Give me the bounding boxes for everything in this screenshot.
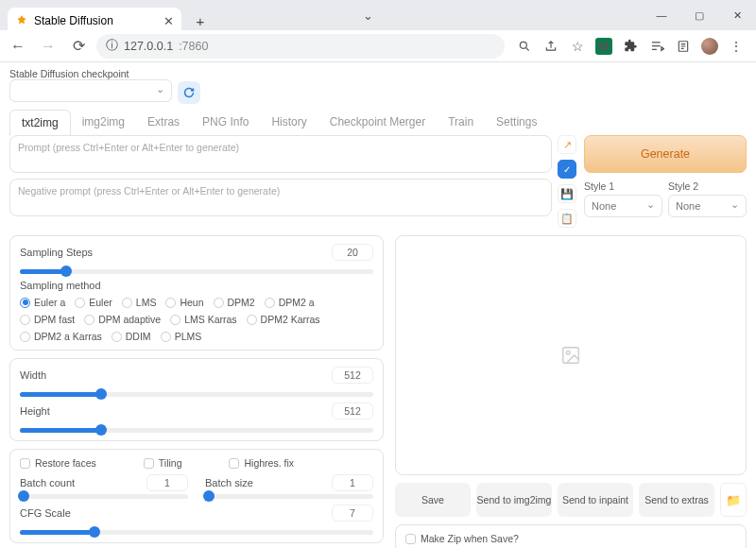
image-placeholder-icon: [560, 345, 581, 366]
open-folder-button[interactable]: 📁: [720, 483, 747, 517]
reload-button[interactable]: ⟳: [66, 34, 91, 59]
width-slider[interactable]: [20, 392, 373, 397]
main-tabs: txt2imgimg2imgExtrasPNG InfoHistoryCheck…: [9, 110, 747, 136]
svg-point-3: [566, 351, 570, 354]
paste-button[interactable]: 📋: [558, 209, 576, 228]
generate-button[interactable]: Generate: [584, 135, 747, 173]
steps-label: Sampling Steps: [20, 247, 93, 258]
share-icon[interactable]: [542, 38, 559, 55]
batch-size-value[interactable]: 1: [332, 474, 373, 491]
cfg-slider[interactable]: [20, 530, 373, 535]
tab-settings[interactable]: Settings: [485, 110, 548, 136]
tab-favicon: [15, 14, 28, 27]
save-button[interactable]: Save: [395, 483, 471, 517]
interrogate-button[interactable]: ↗: [558, 135, 576, 154]
minimize-button[interactable]: —: [643, 0, 680, 30]
height-value[interactable]: 512: [332, 402, 373, 420]
tab-extras[interactable]: Extras: [136, 110, 191, 136]
batch-size-slider[interactable]: [205, 494, 373, 499]
send-to-inpaint-button[interactable]: Send to inpaint: [558, 483, 633, 517]
sampler-dpm2-a-karras[interactable]: DPM2 a Karras: [20, 331, 102, 342]
cfg-label: CFG Scale: [20, 507, 71, 519]
make-zip-checkbox[interactable]: Make Zip when Save?: [405, 533, 736, 544]
tab-img2img[interactable]: img2img: [71, 110, 136, 136]
star-icon[interactable]: ☆: [569, 38, 586, 55]
close-window-button[interactable]: ✕: [718, 0, 756, 30]
tab-png-info[interactable]: PNG Info: [191, 110, 260, 136]
url-host: 127.0.0.1: [124, 40, 173, 53]
svg-rect-2: [563, 348, 579, 364]
sampler-plms[interactable]: PLMS: [161, 331, 202, 342]
height-slider[interactable]: [20, 428, 373, 433]
save-style-button[interactable]: 💾: [558, 184, 576, 203]
restore-faces-checkbox[interactable]: Restore faces: [20, 457, 96, 469]
url-port: :7860: [179, 40, 208, 53]
cfg-value[interactable]: 7: [332, 505, 373, 522]
steps-value[interactable]: 20: [332, 244, 373, 261]
maximize-button[interactable]: ▢: [680, 0, 718, 30]
extension-m-icon[interactable]: M: [595, 38, 612, 55]
sampler-dpm-fast[interactable]: DPM fast: [20, 314, 75, 325]
tab-txt2img[interactable]: txt2img: [9, 110, 71, 136]
sampler-lms[interactable]: LMS: [122, 297, 157, 308]
batch-count-value[interactable]: 1: [146, 474, 188, 491]
steps-slider[interactable]: [20, 269, 373, 274]
sampler-ddim[interactable]: DDIM: [112, 331, 151, 342]
sampling-method-group: Euler aEulerLMSHeunDPM2DPM2 aDPM fastDPM…: [20, 297, 373, 342]
back-button[interactable]: ←: [6, 34, 30, 59]
height-label: Height: [20, 405, 50, 417]
send-to-img2img-button[interactable]: Send to img2img: [476, 483, 552, 517]
sampler-euler-a[interactable]: Euler a: [20, 297, 65, 308]
prompt-input[interactable]: Prompt (press Ctrl+Enter or Alt+Enter to…: [9, 135, 552, 173]
search-icon[interactable]: [516, 38, 533, 55]
tab-history[interactable]: History: [260, 110, 318, 136]
new-tab-button[interactable]: +: [187, 8, 214, 34]
sampler-lms-karras[interactable]: LMS Karras: [170, 314, 236, 325]
send-to-extras-button[interactable]: Send to extras: [639, 483, 714, 517]
negative-prompt-input[interactable]: Negative prompt (press Ctrl+Enter or Alt…: [9, 179, 552, 216]
tab-title: Stable Diffusion: [34, 14, 113, 27]
forward-button[interactable]: →: [36, 34, 60, 59]
checkpoint-label: Stable Diffusion checkpoint: [9, 68, 172, 79]
style1-select[interactable]: None: [584, 195, 662, 217]
kebab-icon[interactable]: ⋮: [728, 38, 745, 55]
browser-tab[interactable]: Stable Diffusion ✕: [8, 8, 181, 34]
checkpoint-select[interactable]: [9, 79, 172, 102]
style2-select[interactable]: None: [668, 195, 747, 217]
highres-fix-checkbox[interactable]: Highres. fix: [229, 457, 294, 469]
sampler-dpm2-karras[interactable]: DPM2 Karras: [247, 314, 320, 325]
site-info-icon[interactable]: ⓘ: [106, 38, 118, 54]
puzzle-icon[interactable]: [622, 38, 639, 55]
result-canvas: [395, 235, 747, 475]
apply-style-button[interactable]: ✓: [558, 160, 576, 179]
sampler-dpm2[interactable]: DPM2: [214, 297, 255, 308]
sampler-dpm2-a[interactable]: DPM2 a: [265, 297, 315, 308]
style2-label: Style 2: [668, 180, 747, 192]
address-bar[interactable]: ⓘ 127.0.0.1:7860: [96, 34, 505, 59]
reader-icon[interactable]: [675, 38, 692, 55]
batch-size-label: Batch size: [205, 477, 253, 488]
refresh-checkpoint-button[interactable]: [178, 81, 200, 104]
tiling-checkbox[interactable]: Tiling: [144, 457, 182, 469]
width-label: Width: [20, 369, 46, 381]
avatar[interactable]: [701, 38, 718, 55]
batch-count-slider[interactable]: [20, 494, 188, 499]
style1-label: Style 1: [584, 180, 662, 192]
width-value[interactable]: 512: [332, 367, 373, 384]
batch-count-label: Batch count: [20, 477, 75, 488]
sampler-dpm-adaptive[interactable]: DPM adaptive: [84, 314, 161, 325]
svg-point-0: [520, 42, 526, 48]
sampler-heun[interactable]: Heun: [165, 297, 203, 308]
playlist-icon[interactable]: [648, 38, 665, 55]
tab-train[interactable]: Train: [437, 110, 485, 136]
sampler-euler[interactable]: Euler: [75, 297, 112, 308]
sampling-method-label: Sampling method: [20, 280, 373, 291]
close-icon[interactable]: ✕: [163, 14, 174, 28]
tab-checkpoint-merger[interactable]: Checkpoint Merger: [318, 110, 437, 136]
chevron-down-icon[interactable]: ⌄: [363, 9, 373, 23]
